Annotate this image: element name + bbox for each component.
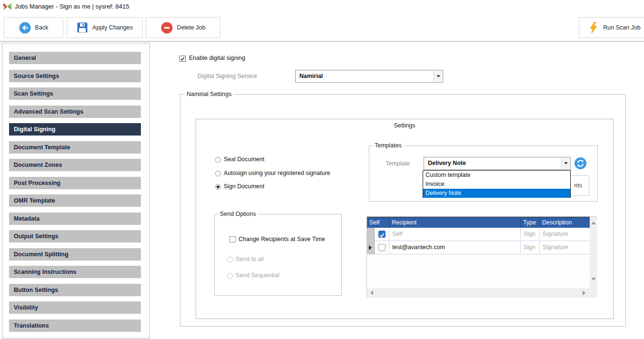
sidebar-item-advanced-scan-settings[interactable]: Advanced Scan Settings: [9, 106, 141, 118]
self-checkbox-cell[interactable]: [375, 228, 389, 241]
checkmark-icon: [180, 56, 185, 61]
enable-digital-signing-checkbox[interactable]: [179, 56, 186, 62]
send-options-group-label: Send Options: [218, 211, 258, 217]
sidebar-item-digital-signing[interactable]: Digital Signing: [9, 123, 141, 136]
self-checkbox-checked[interactable]: [378, 231, 386, 238]
run-scan-job-label: Run Scan Job: [603, 24, 641, 31]
namirial-settings-group-label: Namirial Settings: [185, 91, 233, 97]
save-icon: [77, 22, 88, 33]
scroll-up-icon[interactable]: [591, 222, 596, 224]
table-header-row: Self Recipient Type Description: [367, 217, 590, 228]
delete-job-label: Delete Job: [177, 24, 206, 31]
sidebar-item-metadata[interactable]: Metadata: [9, 213, 141, 225]
autosign-label: Autosign using your registered signature: [224, 170, 330, 176]
sidebar-item-document-template[interactable]: Document Template: [9, 141, 141, 154]
tab-settings[interactable]: Settings: [196, 122, 613, 129]
scroll-left-icon[interactable]: [370, 291, 373, 295]
sidebar-item-omr-template[interactable]: OMR Template: [9, 194, 141, 207]
self-checkbox-unchecked[interactable]: [378, 244, 386, 251]
checkmark-icon: [378, 232, 386, 239]
sidebar-item-button-settings[interactable]: Button Settings: [9, 284, 141, 296]
sidebar-item-output-settings[interactable]: Output Settings: [9, 230, 141, 242]
sign-document-radio[interactable]: [215, 184, 221, 190]
sidebar-item-post-processing[interactable]: Post Processing: [9, 177, 141, 189]
template-dropdown-button[interactable]: [561, 158, 570, 169]
type-cell[interactable]: Sign: [521, 228, 540, 241]
apply-changes-label: Apply Changes: [92, 24, 133, 31]
digital-signing-service-label: Digital Signing Service: [198, 73, 257, 79]
change-recipients-label: Change Recipients at Save Time: [238, 236, 325, 242]
delete-job-button[interactable]: Delete Job: [146, 17, 220, 38]
radio-dot: [217, 185, 219, 188]
template-combobox-value: Delivery Note: [428, 160, 466, 166]
sidebar-item-scanning-instructions[interactable]: Scanning Instructions: [9, 266, 141, 278]
sidebar: General Source Settings Scan Settings Ad…: [2, 43, 150, 339]
row-indicator-cell: [367, 228, 375, 241]
delete-icon: [161, 22, 173, 34]
sidebar-item-scan-settings[interactable]: Scan Settings: [9, 87, 141, 100]
chevron-down-icon: [436, 75, 440, 77]
sign-document-label: Sign Document: [224, 183, 264, 190]
send-sequential-label: Send Sequential: [236, 272, 279, 279]
sidebar-item-source-settings[interactable]: Source Settings: [9, 70, 141, 82]
jobs-manager-window: Jobs Manager - Sign as me | sysref: 8415…: [0, 0, 644, 339]
description-cell[interactable]: Signature: [540, 241, 590, 254]
chevron-down-icon: [564, 162, 568, 165]
column-header-type[interactable]: Type: [521, 217, 540, 228]
send-sequential-radio[interactable]: [227, 273, 233, 279]
autosign-radio[interactable]: [215, 171, 221, 176]
self-checkbox-cell[interactable]: [375, 241, 389, 254]
enable-digital-signing-label: Enable digital signing: [189, 55, 245, 61]
template-dropdown-list: Custom template Invoice Delivery Note: [423, 170, 571, 198]
back-button[interactable]: Back: [4, 17, 63, 38]
digital-signing-service-combobox[interactable]: Namirial: [295, 70, 443, 83]
sidebar-item-translations[interactable]: Translations: [9, 320, 141, 332]
send-to-all-label: Send to all: [236, 256, 264, 262]
vertical-scrollbar[interactable]: [590, 217, 597, 288]
template-combobox[interactable]: Delivery Note: [424, 157, 571, 170]
column-header-self[interactable]: Self: [367, 217, 389, 228]
send-to-all-radio[interactable]: [227, 257, 233, 262]
seal-document-radio[interactable]: [215, 157, 221, 163]
window-title: Jobs Manager - Sign as me | sysref: 8415: [15, 3, 129, 10]
row-indicator-cell: [367, 241, 375, 254]
lightning-icon: [588, 21, 599, 34]
back-icon: [19, 22, 31, 34]
sidebar-item-document-splitting[interactable]: Document Splitting: [9, 248, 141, 261]
type-cell[interactable]: Sign: [521, 241, 540, 254]
toolbar: Back Apply Changes Delete Job: [0, 13, 644, 42]
scrollbar-corner: [590, 288, 597, 298]
scroll-down-icon[interactable]: [591, 278, 596, 281]
seal-document-label: Seal Document: [224, 156, 264, 163]
app-logo-icon: [3, 2, 12, 11]
table-row[interactable]: Self Sign Signature: [367, 228, 590, 241]
refresh-templates-icon[interactable]: [574, 157, 587, 170]
sidebar-item-general[interactable]: General: [9, 52, 141, 64]
back-button-label: Back: [35, 24, 49, 31]
recipient-cell[interactable]: test@avantech.com: [389, 241, 521, 254]
templates-group-label: Templates: [373, 142, 404, 149]
table-row[interactable]: test@avantech.com Sign Signature: [367, 241, 590, 254]
description-cell[interactable]: Signature: [540, 228, 590, 241]
title-bar: Jobs Manager - Sign as me | sysref: 8415: [0, 0, 644, 13]
recipient-cell[interactable]: Self: [389, 228, 521, 241]
sidebar-item-visibility[interactable]: Visibility: [9, 301, 141, 314]
horizontal-scrollbar[interactable]: [367, 288, 590, 298]
column-header-description[interactable]: Description: [540, 217, 590, 228]
apply-changes-button[interactable]: Apply Changes: [67, 17, 143, 38]
sidebar-item-document-zones[interactable]: Document Zones: [9, 159, 141, 171]
dropdown-option-delivery-note[interactable]: Delivery Note: [423, 189, 570, 198]
table-empty-area: [367, 254, 590, 288]
digital-signing-service-value: Namirial: [299, 73, 323, 79]
run-scan-job-button[interactable]: Run Scan Job: [579, 17, 644, 38]
current-row-arrow-icon: [369, 245, 372, 250]
recipients-table: Self Recipient Type Description Self Sig…: [367, 216, 597, 297]
dropdown-option-custom-template[interactable]: Custom template: [423, 171, 570, 180]
dropdown-option-invoice[interactable]: Invoice: [423, 180, 570, 189]
send-options-group: [214, 214, 342, 296]
combobox-dropdown-button[interactable]: [434, 71, 442, 82]
scroll-right-icon[interactable]: [583, 291, 585, 295]
column-header-recipient[interactable]: Recipient: [389, 217, 521, 228]
change-recipients-checkbox[interactable]: [229, 236, 236, 242]
template-field-label: Template: [386, 160, 410, 167]
